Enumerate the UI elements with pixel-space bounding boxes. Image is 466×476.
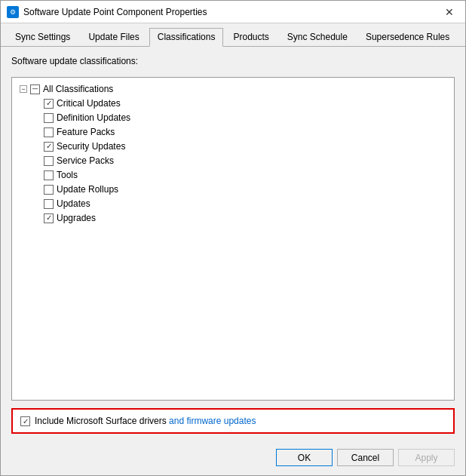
checkbox-surface-drivers[interactable] (20, 416, 30, 426)
checkbox-upgrades[interactable] (44, 213, 54, 223)
tab-update-files[interactable]: Update Files (80, 28, 147, 46)
tab-products[interactable]: Products (225, 28, 277, 46)
tree-item-tools: Tools (17, 168, 449, 182)
tree-item-upgrades: Upgrades (17, 211, 449, 225)
label-all-classifications: All Classifications (43, 84, 113, 94)
checkbox-updates[interactable] (44, 199, 54, 209)
checkbox-service-packs[interactable] (44, 156, 54, 166)
checkbox-update-rollups[interactable] (44, 185, 54, 195)
label-security-updates: Security Updates (57, 141, 125, 152)
checkbox-tools[interactable] (44, 170, 54, 180)
label-service-packs: Service Packs (57, 155, 114, 166)
label-critical-updates: Critical Updates (57, 98, 121, 109)
label-updates: Updates (57, 198, 90, 209)
tab-bar: Sync Settings Update Files Classificatio… (1, 23, 465, 47)
tab-sync-schedule[interactable]: Sync Schedule (279, 28, 356, 46)
ok-button[interactable]: OK (276, 449, 333, 466)
tree-item-critical-updates: Critical Updates (17, 97, 449, 110)
window-title: Software Update Point Component Properti… (23, 7, 440, 17)
label-update-rollups: Update Rollups (57, 184, 118, 195)
window-icon: ⚙ (7, 6, 19, 18)
tree-expander[interactable]: − (20, 85, 27, 93)
label-tools: Tools (57, 170, 78, 180)
checkbox-definition-updates[interactable] (44, 113, 54, 123)
surface-drivers-container: Include Microsoft Surface drivers and fi… (11, 408, 455, 434)
tab-supersedence-rules[interactable]: Supersedence Rules (357, 28, 458, 46)
tree-item-security-updates: Security Updates (17, 140, 449, 153)
label-feature-packs: Feature Packs (57, 127, 115, 137)
title-bar: ⚙ Software Update Point Component Proper… (1, 1, 465, 23)
tab-languages[interactable]: Languages (459, 28, 466, 46)
tree-item-service-packs: Service Packs (17, 154, 449, 167)
apply-button[interactable]: Apply (398, 449, 455, 466)
classifications-tree: − All Classifications Critical Updates D… (11, 77, 455, 401)
tree-item-updates: Updates (17, 197, 449, 210)
checkbox-security-updates[interactable] (44, 142, 54, 152)
main-content: Software update classifications: − All C… (1, 47, 465, 443)
group-label: Software update classifications: (11, 56, 455, 66)
tree-root: − All Classifications Critical Updates D… (17, 82, 449, 225)
checkbox-all-classifications[interactable] (30, 84, 40, 94)
tab-classifications[interactable]: Classifications (149, 28, 224, 47)
tree-item-definition-updates: Definition Updates (17, 111, 449, 124)
surface-drivers-label: Include Microsoft Surface drivers and fi… (35, 416, 256, 426)
tab-sync-settings[interactable]: Sync Settings (7, 28, 78, 46)
label-upgrades: Upgrades (57, 213, 96, 223)
checkbox-critical-updates[interactable] (44, 99, 54, 109)
close-button[interactable]: ✕ (440, 2, 459, 22)
cancel-button[interactable]: Cancel (337, 449, 394, 466)
dialog-window: ⚙ Software Update Point Component Proper… (0, 0, 466, 476)
tree-item-update-rollups: Update Rollups (17, 183, 449, 196)
label-definition-updates: Definition Updates (57, 112, 130, 123)
checkbox-feature-packs[interactable] (44, 127, 54, 137)
button-bar: OK Cancel Apply (1, 443, 465, 475)
tree-item-root: − All Classifications (17, 82, 449, 96)
tree-item-feature-packs: Feature Packs (17, 125, 449, 139)
